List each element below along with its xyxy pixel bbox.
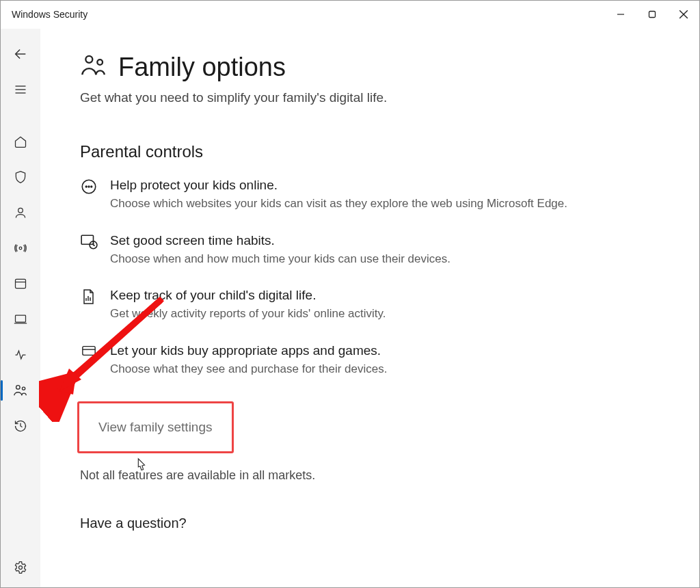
svg-rect-28 <box>83 347 95 356</box>
svg-point-15 <box>22 387 25 390</box>
feature-desc: Get weekly activity reports of your kids… <box>110 306 386 323</box>
svg-point-17 <box>85 56 92 63</box>
feature-title: Help protect your kids online. <box>110 178 567 193</box>
maximize-button[interactable] <box>636 1 668 28</box>
nav-device-performance[interactable] <box>4 339 37 371</box>
nav-virus-protection[interactable] <box>4 161 37 193</box>
feature-title: Keep track of your child's digital life. <box>110 288 386 303</box>
feature-title: Set good screen time habits. <box>110 233 450 248</box>
svg-point-16 <box>19 566 23 570</box>
nav-protection-history[interactable] <box>4 410 37 442</box>
main-content: Family options Get what you need to simp… <box>40 29 699 587</box>
app-body: Family options Get what you need to simp… <box>1 29 699 587</box>
availability-note: Not all features are available in all ma… <box>80 468 672 483</box>
feature-desc: Choose which websites your kids can visi… <box>110 196 567 213</box>
section-parental-heading: Parental controls <box>80 142 672 161</box>
svg-rect-23 <box>81 235 93 244</box>
svg-point-8 <box>18 208 23 213</box>
feature-desc: Choose when and how much time your kids … <box>110 251 450 268</box>
feature-desc: Choose what they see and purchase for th… <box>110 361 387 378</box>
minimize-button[interactable] <box>605 1 636 28</box>
feature-purchases: Let your kids buy appropriate apps and g… <box>80 343 572 378</box>
nav-home[interactable] <box>4 126 37 157</box>
purchase-icon <box>80 343 98 361</box>
feature-screen-time: Set good screen time habits. Choose when… <box>80 233 572 268</box>
sidebar <box>1 29 40 587</box>
window-title: Windows Security <box>12 9 88 20</box>
svg-rect-10 <box>16 279 26 288</box>
back-button[interactable] <box>4 38 37 70</box>
nav-account-protection[interactable] <box>4 197 37 228</box>
nav-firewall[interactable] <box>4 232 37 264</box>
view-family-settings-link[interactable]: View family settings <box>98 420 213 434</box>
nav-app-browser[interactable] <box>4 268 37 299</box>
svg-point-21 <box>88 186 90 187</box>
highlight-box: View family settings <box>77 401 234 453</box>
close-button[interactable] <box>668 1 699 28</box>
feature-title: Let your kids buy appropriate apps and g… <box>110 343 387 358</box>
app-window: Windows Security <box>0 0 700 588</box>
screen-time-icon <box>80 233 98 251</box>
nav-settings[interactable] <box>4 552 37 583</box>
svg-rect-1 <box>649 12 656 18</box>
report-icon <box>80 288 98 306</box>
svg-rect-12 <box>16 315 26 322</box>
section-question-heading: Have a question? <box>80 516 672 531</box>
page-subtitle: Get what you need to simplify your famil… <box>80 90 672 105</box>
family-icon <box>80 52 107 82</box>
svg-point-9 <box>19 247 22 250</box>
feature-activity-report: Keep track of your child's digital life.… <box>80 288 572 323</box>
web-icon <box>80 178 98 196</box>
page-title: Family options <box>118 53 286 82</box>
svg-point-18 <box>97 59 103 65</box>
feature-protect-online: Help protect your kids online. Choose wh… <box>80 178 572 213</box>
svg-point-22 <box>91 186 92 187</box>
nav-device-security[interactable] <box>4 304 37 335</box>
titlebar: Windows Security <box>1 1 699 29</box>
window-controls <box>605 1 699 28</box>
nav-family-options[interactable] <box>4 375 37 406</box>
menu-button[interactable] <box>4 74 37 105</box>
svg-point-14 <box>16 386 20 390</box>
svg-point-20 <box>85 186 87 187</box>
